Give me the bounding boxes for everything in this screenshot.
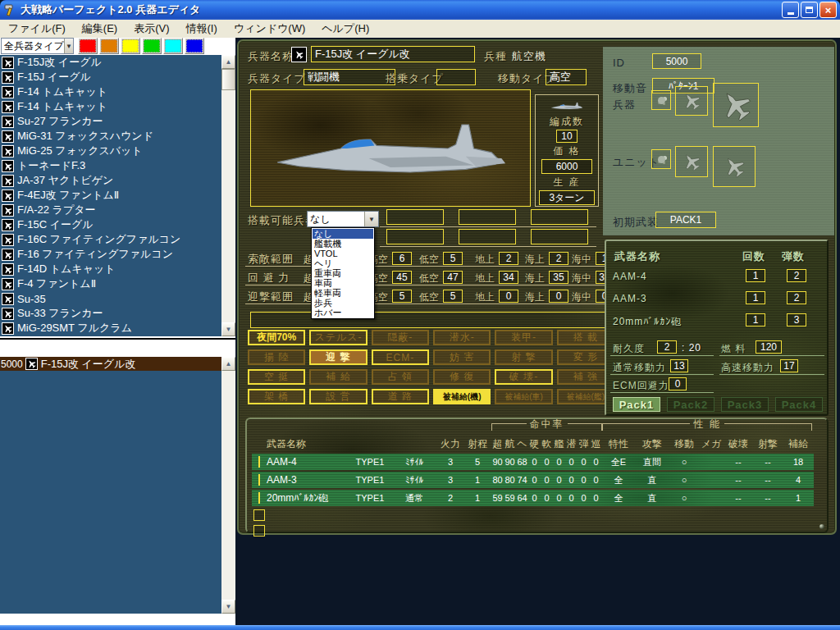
- price-field[interactable]: 6000: [541, 159, 592, 174]
- carry-slot-field[interactable]: [459, 209, 516, 225]
- unit-icon-large[interactable]: [713, 146, 756, 187]
- chevron-down-icon[interactable]: ▼: [364, 212, 378, 226]
- carry-combobox[interactable]: なし ▼: [307, 211, 379, 227]
- ability-bridge[interactable]: 架 橋: [248, 389, 305, 404]
- id-field[interactable]: 5000: [652, 53, 701, 69]
- unit-icon-medium[interactable]: [675, 146, 708, 177]
- row-checkbox[interactable]: [258, 456, 260, 468]
- scroll-up-icon[interactable]: ▲: [221, 55, 235, 69]
- ability-fire[interactable]: 射 撃: [495, 349, 552, 365]
- stat-field[interactable]: 6: [392, 252, 412, 265]
- ability-airborne[interactable]: 空 挺: [248, 369, 305, 385]
- list-item[interactable]: F-15J改 イーグル: [0, 55, 235, 70]
- list-item[interactable]: F-15J イーグル: [0, 70, 235, 84]
- carry-slot-field[interactable]: [531, 229, 588, 244]
- weapon-type-field[interactable]: 戦闘機: [304, 69, 395, 85]
- ability-resupply-air[interactable]: 被補給(機): [433, 389, 491, 404]
- list-item[interactable]: F-16 ファイティングファルコン: [0, 247, 235, 262]
- ability-occupy[interactable]: 占 領: [372, 369, 429, 385]
- color-swatch-green[interactable]: [142, 38, 162, 54]
- stat-field[interactable]: 5: [392, 290, 412, 303]
- stat-field[interactable]: 45: [392, 271, 412, 284]
- minimize-button[interactable]: [782, 2, 799, 18]
- weapon-list-scrollbar[interactable]: ▲ ▼: [221, 55, 235, 336]
- weapon-type-filter[interactable]: 全兵器タイプ ▼: [1, 38, 74, 54]
- color-swatch-cyan[interactable]: [163, 38, 183, 54]
- carry-slot-field[interactable]: [386, 209, 444, 225]
- durability-field[interactable]: 2: [657, 340, 677, 354]
- stat-field[interactable]: 0: [549, 290, 568, 303]
- ecm-evasion-field[interactable]: 0: [669, 377, 687, 390]
- color-swatch-red[interactable]: [78, 38, 98, 54]
- count-field[interactable]: 1: [746, 269, 765, 282]
- list-item[interactable]: Su-27 フランカー: [0, 114, 235, 129]
- ability-repair[interactable]: 修 復: [433, 369, 491, 385]
- count-field[interactable]: 1: [746, 313, 765, 326]
- dropdown-option[interactable]: VTOL: [313, 249, 373, 258]
- ability-landing[interactable]: 揚 陸: [248, 349, 305, 365]
- stat-field[interactable]: 2: [499, 252, 518, 265]
- ammo-field[interactable]: 2: [787, 291, 806, 304]
- ability-ecm[interactable]: ECM-: [372, 349, 429, 365]
- ride-type-field[interactable]: [436, 69, 476, 85]
- ability-intercept[interactable]: 迎 撃: [309, 349, 367, 365]
- scroll-down-icon[interactable]: ▼: [221, 600, 235, 614]
- count-field[interactable]: 1: [746, 291, 765, 304]
- weapon-icon-tiny[interactable]: [651, 90, 671, 110]
- high-move-field[interactable]: 17: [780, 359, 798, 372]
- list-item[interactable]: F-14 トムキャット: [0, 99, 235, 114]
- ammo-field[interactable]: 3: [787, 313, 806, 326]
- pack2-button[interactable]: Pack2: [667, 397, 714, 412]
- carry-slot-field[interactable]: [531, 209, 588, 225]
- list-item[interactable]: F-15C イーグル: [0, 217, 235, 232]
- pack4-button[interactable]: Pack4: [775, 397, 823, 412]
- initial-armament-field[interactable]: PACK1: [655, 212, 716, 228]
- ability-jamming[interactable]: 妨 害: [433, 349, 491, 365]
- menu-view[interactable]: 表示(V): [126, 21, 177, 36]
- ability-build[interactable]: 設 営: [309, 389, 367, 404]
- ability-resupply-land[interactable]: 被補給(車): [495, 389, 552, 404]
- menu-window[interactable]: ウィンドウ(W): [226, 21, 313, 36]
- row-checkbox[interactable]: [253, 509, 265, 521]
- stat-field[interactable]: 5: [443, 252, 463, 265]
- list-item[interactable]: F-16C ファイティングファルコン: [0, 232, 235, 247]
- pack1-button[interactable]: Pack1: [613, 397, 660, 412]
- row-checkbox[interactable]: [258, 474, 260, 486]
- carry-slot-field[interactable]: [459, 229, 516, 244]
- menu-edit[interactable]: 編集(E): [74, 21, 126, 36]
- dropdown-option[interactable]: なし: [313, 229, 373, 239]
- normal-move-field[interactable]: 13: [670, 359, 688, 372]
- stat-field[interactable]: 5: [443, 290, 463, 303]
- pack3-button[interactable]: Pack3: [721, 397, 769, 412]
- formation-field[interactable]: 10: [556, 130, 578, 143]
- scrollbar-thumb[interactable]: [221, 69, 235, 90]
- move-type-field[interactable]: 高空: [546, 69, 587, 85]
- color-swatch-yellow[interactable]: [121, 38, 140, 54]
- production-field[interactable]: 3ターン: [539, 190, 595, 205]
- ability-road[interactable]: 道 路: [372, 389, 429, 404]
- list-item[interactable]: MiG-25 フォックスバット: [0, 144, 235, 158]
- ability-night[interactable]: 夜間70%: [248, 330, 305, 345]
- scroll-down-icon[interactable]: ▼: [221, 322, 235, 336]
- chevron-down-icon[interactable]: ▼: [64, 39, 73, 53]
- list-item[interactable]: Su-33 フランカー: [0, 306, 235, 321]
- list-item[interactable]: F-14D トムキャット: [0, 262, 235, 276]
- list-item[interactable]: F-4EJ改 ファントムⅡ: [0, 188, 235, 203]
- ability-conceal[interactable]: 隠蔽-: [372, 330, 429, 345]
- dropdown-option[interactable]: ホバー: [313, 308, 373, 317]
- dropdown-option[interactable]: 車両: [313, 278, 373, 288]
- dropdown-option[interactable]: 軽車両: [313, 288, 373, 298]
- ability-dive[interactable]: 潜水-: [433, 330, 491, 345]
- stat-field[interactable]: 35: [549, 271, 568, 284]
- stat-field[interactable]: 2: [549, 252, 568, 265]
- row-checkbox[interactable]: [253, 525, 265, 536]
- list-item[interactable]: MiG-31 フォックスハウンド: [0, 129, 235, 144]
- selected-weapon-row[interactable]: 5000 F-15J改 イーグル改: [0, 357, 235, 371]
- stat-field[interactable]: 47: [443, 271, 463, 284]
- list-item[interactable]: トーネードF.3: [0, 158, 235, 173]
- list-item[interactable]: Su-35: [0, 291, 235, 306]
- dropdown-option[interactable]: 艦載機: [313, 239, 373, 249]
- carry-slot-field[interactable]: [386, 229, 444, 244]
- row-checkbox[interactable]: [258, 492, 260, 504]
- ammo-field[interactable]: 2: [787, 269, 806, 282]
